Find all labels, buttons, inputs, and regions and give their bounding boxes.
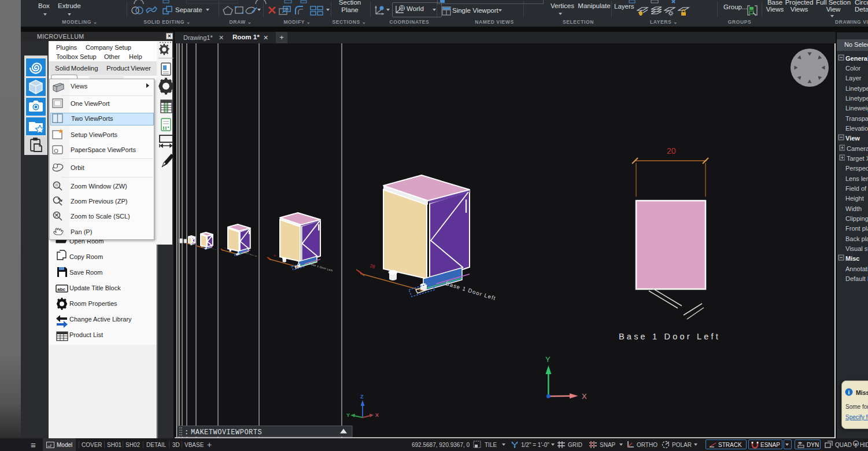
svg-text:abc: abc	[57, 287, 65, 292]
svg-text:Y: Y	[346, 412, 350, 418]
svg-text:Base 1 Door Left: Base 1 Door Left	[619, 332, 721, 341]
svg-text:X: X	[375, 412, 379, 418]
svg-text:Y: Y	[545, 355, 551, 364]
svg-text:i: i	[848, 389, 850, 395]
svg-text:Z: Z	[360, 394, 364, 400]
svg-text:MAKETWOVIEWPORTS: MAKETWOVIEWPORTS	[191, 428, 262, 437]
svg-text::: :	[184, 428, 189, 437]
svg-text:X: X	[582, 392, 587, 401]
svg-text:20: 20	[667, 146, 676, 156]
